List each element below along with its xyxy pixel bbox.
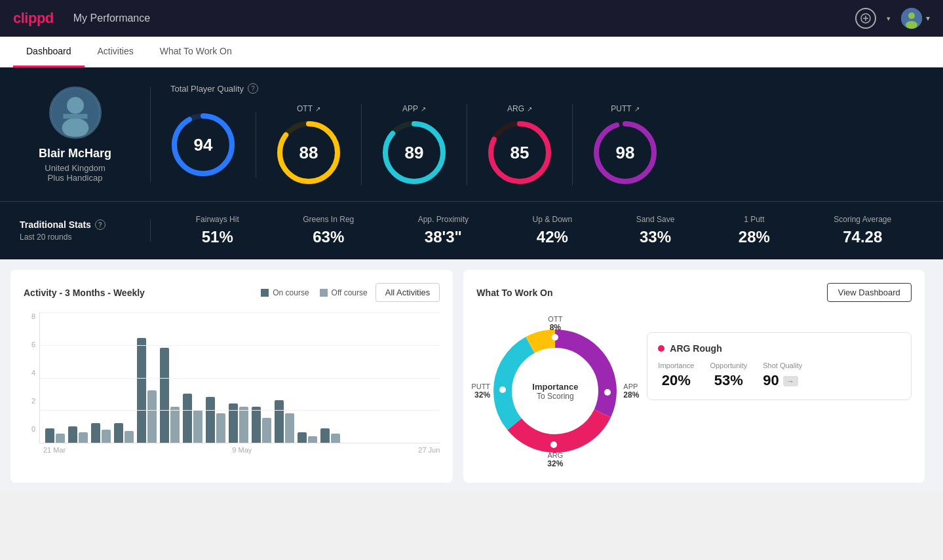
bar-light-1 — [79, 432, 88, 443]
bar-dark-11 — [298, 432, 307, 443]
bar-group-9 — [252, 407, 271, 443]
stat-proximity: App. Proximity 38'3" — [418, 215, 469, 246]
on-course-dot — [261, 289, 269, 297]
bar-group-10 — [275, 400, 294, 443]
bar-dark-12 — [320, 428, 330, 443]
metric-shot-quality: Shot Quality 90 → — [763, 362, 802, 389]
score-putt: PUTT ↗ 98 — [573, 104, 678, 185]
svg-point-4 — [908, 12, 915, 19]
bar-group-0 — [45, 428, 65, 443]
bar-light-7 — [216, 413, 225, 443]
tab-dashboard[interactable]: Dashboard — [13, 37, 85, 67]
bar-dark-8 — [229, 403, 238, 443]
bar-light-4 — [147, 390, 157, 443]
chart-area: 8 6 4 2 0 — [24, 312, 440, 457]
app-arrow: ↗ — [421, 105, 426, 113]
pink-indicator — [658, 345, 664, 352]
stat-updown: Up & Down 42% — [533, 215, 573, 246]
svg-point-26 — [550, 441, 557, 448]
chart-title: Activity - 3 Months - Weekly — [24, 288, 145, 298]
chart-bars — [39, 312, 440, 443]
user-avatar-button[interactable]: ▾ — [901, 8, 930, 29]
stats-row: Traditional Stats ? Last 20 rounds Fairw… — [0, 201, 943, 259]
bar-light-3 — [125, 431, 134, 443]
bar-dark-3 — [114, 423, 123, 443]
player-handicap: Plus Handicap — [48, 173, 103, 183]
shot-quality-badge: → — [783, 376, 798, 386]
bar-light-11 — [308, 436, 317, 443]
stats-numbers: Fairways Hit 51% Greens In Reg 63% App. … — [151, 215, 923, 246]
y-axis: 8 6 4 2 0 — [24, 312, 39, 443]
score-arg: ARG ↗ 85 — [467, 104, 573, 185]
app-value: 89 — [405, 143, 424, 163]
stat-greens: Greens In Reg 63% — [303, 215, 354, 246]
bar-dark-2 — [91, 423, 100, 443]
donut-section: Importance To Scoring OTT 8% APP 28% ARG… — [476, 312, 912, 470]
nav-title: My Performance — [73, 12, 150, 24]
view-dashboard-button[interactable]: View Dashboard — [827, 283, 912, 302]
donut-center: Importance To Scoring — [532, 382, 578, 401]
svg-point-7 — [67, 96, 84, 113]
score-app: APP ↗ 89 — [362, 104, 467, 185]
chart-card-header: Activity - 3 Months - Weekly On course O… — [24, 283, 440, 302]
stats-label: Traditional Stats ? Last 20 rounds — [20, 219, 151, 242]
x-label-mar: 21 Mar — [43, 446, 66, 454]
stats-subtitle: Last 20 rounds — [20, 233, 137, 242]
legend-on-course: On course — [261, 288, 309, 297]
bar-group-7 — [206, 397, 225, 443]
add-button[interactable] — [855, 8, 876, 29]
putt-segment-label: PUTT 32% — [471, 383, 490, 400]
svg-point-8 — [62, 118, 88, 138]
grid-line-4 — [40, 378, 440, 379]
app-segment-label: APP 28% — [623, 383, 639, 400]
all-activities-button[interactable]: All Activities — [375, 283, 440, 302]
bar-dark-6 — [183, 394, 192, 443]
total-quality-label: Total Player Quality ? — [170, 83, 923, 94]
tab-what-to-work-on[interactable]: What To Work On — [147, 37, 245, 67]
arg-arrow: ↗ — [527, 105, 532, 113]
grid-line-8 — [40, 312, 440, 313]
putt-label: PUTT ↗ — [611, 104, 639, 113]
work-on-title: What To Work On — [476, 288, 552, 298]
donut-chart: Importance To Scoring OTT 8% APP 28% ARG… — [476, 312, 634, 470]
svg-point-5 — [906, 21, 917, 29]
arg-label: ARG ↗ — [507, 104, 532, 113]
bar-group-4 — [137, 338, 157, 443]
tab-activities[interactable]: Activities — [85, 37, 147, 67]
metric-importance: Importance 20% — [658, 362, 694, 389]
off-course-dot — [320, 289, 328, 297]
work-on-header: What To Work On View Dashboard — [476, 283, 912, 302]
bar-group-12 — [320, 428, 340, 443]
bar-dark-1 — [68, 426, 77, 443]
svg-point-27 — [499, 386, 506, 393]
bar-light-2 — [102, 430, 111, 443]
bar-dark-5 — [160, 348, 169, 443]
app-circle: 89 — [381, 120, 447, 185]
main-content: Activity - 3 Months - Weekly On course O… — [0, 259, 943, 493]
top-nav: clippd My Performance ▾ ▾ — [0, 0, 943, 37]
stat-sandsave: Sand Save 33% — [636, 215, 675, 246]
stats-title: Traditional Stats ? — [20, 219, 137, 230]
ott-circle: 88 — [276, 120, 341, 185]
tab-bar: Dashboard Activities What To Work On — [0, 37, 943, 67]
stats-help[interactable]: ? — [95, 219, 106, 230]
player-avatar — [49, 86, 102, 139]
chart-controls: On course Off course All Activities — [261, 283, 440, 302]
x-label-jun: 27 Jun — [418, 446, 440, 454]
add-chevron: ▾ — [887, 14, 891, 23]
total-circle: 94 — [170, 112, 236, 177]
recommendation-card: ARG Rough Importance 20% Opportunity 53%… — [647, 332, 912, 400]
avatar-chevron: ▾ — [926, 14, 930, 23]
bar-dark-10 — [275, 400, 284, 443]
scores-section: Total Player Quality ? 94 OTT ↗ — [151, 83, 923, 185]
app-logo: clippd — [13, 10, 54, 27]
recommendation-title: ARG Rough — [658, 343, 900, 354]
donut-center-line2: To Scoring — [532, 392, 578, 401]
player-name: Blair McHarg — [39, 147, 111, 160]
total-quality-help[interactable]: ? — [248, 83, 258, 94]
arg-circle: 85 — [487, 120, 552, 185]
bar-group-2 — [91, 423, 111, 443]
recommendation-metrics: Importance 20% Opportunity 53% Shot Qual… — [658, 362, 900, 389]
arg-segment-label: ARG 32% — [547, 451, 563, 468]
bar-dark-9 — [252, 407, 261, 443]
